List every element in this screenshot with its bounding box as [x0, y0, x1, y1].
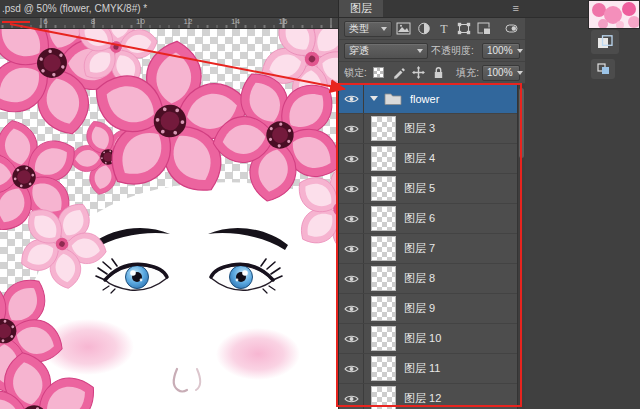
- visibility-toggle[interactable]: [339, 294, 364, 323]
- visibility-toggle[interactable]: [339, 204, 364, 233]
- visibility-toggle[interactable]: [339, 144, 364, 173]
- type-filter-icon[interactable]: T: [435, 21, 452, 37]
- layer-thumbnail[interactable]: [371, 386, 396, 409]
- lock-pixels-brush-icon[interactable]: [390, 65, 407, 81]
- opacity-value-select[interactable]: 100%: [482, 43, 520, 59]
- layer-thumbnail[interactable]: [371, 236, 396, 261]
- eye-icon: [344, 334, 359, 344]
- visibility-toggle[interactable]: [339, 324, 364, 353]
- smart-object-filter-icon[interactable]: [475, 21, 492, 37]
- layer-thumbnail[interactable]: [371, 356, 396, 381]
- visibility-toggle[interactable]: [339, 174, 364, 203]
- panel-menu-icon[interactable]: ≡: [507, 0, 525, 17]
- layer-thumbnail[interactable]: [371, 266, 396, 291]
- layer-list-scrollbar[interactable]: [517, 84, 525, 409]
- filter-switch-icon[interactable]: [503, 21, 520, 37]
- fill-value-select[interactable]: 100%: [482, 65, 520, 81]
- layer-thumbnail[interactable]: [371, 326, 396, 351]
- layer-row[interactable]: 图层 7: [339, 234, 517, 264]
- layer-row[interactable]: 图层 8: [339, 264, 517, 294]
- lock-transparency-icon[interactable]: [370, 65, 387, 81]
- filter-type-label: 类型: [349, 22, 369, 36]
- layer-name: 图层 4: [404, 151, 435, 166]
- ruler-label: 14: [231, 17, 240, 26]
- small-squares-icon: [597, 63, 610, 75]
- layers-panel-tabbar: 图层 ≡: [339, 0, 525, 18]
- eye-icon: [344, 184, 359, 194]
- layer-name: 图层 12: [404, 391, 441, 406]
- layer-thumbnail[interactable]: [371, 146, 396, 171]
- layer-list: flower 图层 3 图层 4 图层 5 图层 6: [339, 84, 517, 409]
- folder-icon: [384, 92, 402, 105]
- eye-icon: [344, 394, 359, 404]
- layer-row[interactable]: 图层 6: [339, 204, 517, 234]
- eye-icon: [344, 154, 359, 164]
- visibility-toggle[interactable]: [339, 264, 364, 293]
- tab-layers[interactable]: 图层: [339, 0, 383, 17]
- layer-row[interactable]: 图层 4: [339, 144, 517, 174]
- layer-thumbnail[interactable]: [371, 206, 396, 231]
- checkerboard-icon: [373, 67, 384, 78]
- layer-name: 图层 6: [404, 211, 435, 226]
- layer-row[interactable]: 图层 10: [339, 324, 517, 354]
- pixel-filter-icon[interactable]: [395, 21, 412, 37]
- photoshop-window: .psd @ 50% (flower, CMYK/8#) * 6 8 10 12…: [0, 0, 640, 409]
- canvas-area[interactable]: [0, 29, 338, 409]
- layer-row[interactable]: 图层 5: [339, 174, 517, 204]
- eye-icon: [344, 304, 359, 314]
- document-tab[interactable]: .psd @ 50% (flower, CMYK/8#) *: [0, 0, 338, 18]
- lock-fill-row: 锁定: 填充: 100%: [339, 62, 525, 84]
- layer-name: 图层 11: [404, 361, 440, 376]
- visibility-toggle[interactable]: [339, 114, 364, 143]
- layer-group-row[interactable]: flower: [339, 84, 517, 114]
- layer-row[interactable]: 图层 3: [339, 114, 517, 144]
- group-name: flower: [410, 93, 439, 105]
- dock-panel-button-2[interactable]: [591, 59, 615, 79]
- fill-label: 填充:: [456, 66, 479, 80]
- eye-icon: [344, 124, 359, 134]
- chevron-down-icon: [381, 27, 387, 31]
- eye-icon: [344, 214, 359, 224]
- collapsed-panel-buttons: [591, 30, 619, 79]
- chevron-down-icon: [417, 49, 423, 53]
- filter-type-select[interactable]: 类型: [344, 21, 392, 37]
- horizontal-ruler: 6 8 10 12 14 16: [0, 18, 338, 29]
- blend-opacity-row: 穿透 不透明度: 100%: [339, 40, 525, 62]
- visibility-toggle[interactable]: [339, 84, 364, 113]
- expand-triangle-icon[interactable]: [370, 96, 378, 101]
- visibility-toggle[interactable]: [339, 354, 364, 383]
- layer-thumbnail[interactable]: [371, 116, 396, 141]
- layer-thumbnail[interactable]: [371, 176, 396, 201]
- layer-thumbnail[interactable]: [371, 296, 396, 321]
- layer-name: 图层 8: [404, 271, 435, 286]
- layer-row[interactable]: 图层 12: [339, 384, 517, 409]
- eye-icon: [344, 364, 359, 374]
- blend-mode-select[interactable]: 穿透: [344, 43, 428, 59]
- layers-panel: 图层 ≡ 类型 T: [338, 0, 525, 409]
- shape-filter-icon[interactable]: [455, 21, 472, 37]
- flowers-preview-thumbnail: [588, 0, 640, 29]
- layer-name: 图层 10: [404, 331, 441, 346]
- layer-name: 图层 9: [404, 301, 435, 316]
- stacked-squares-icon: [597, 35, 613, 49]
- visibility-toggle[interactable]: [339, 384, 364, 409]
- canvas-artwork: [0, 29, 338, 409]
- dock-panel-button-1[interactable]: [591, 30, 619, 54]
- blend-mode-value: 穿透: [349, 44, 369, 58]
- layer-row[interactable]: 图层 9: [339, 294, 517, 324]
- eye-icon: [344, 274, 359, 284]
- panel-dock: [525, 0, 640, 409]
- lock-label: 锁定:: [344, 66, 367, 80]
- lock-all-padlock-icon[interactable]: [430, 65, 447, 81]
- scrollbar-thumb[interactable]: [519, 88, 524, 158]
- chevron-down-icon: [517, 71, 523, 75]
- svg-text:T: T: [440, 22, 448, 35]
- lock-position-move-icon[interactable]: [410, 65, 427, 81]
- layer-row[interactable]: 图层 11: [339, 354, 517, 384]
- fill-value: 100%: [487, 67, 513, 78]
- opacity-label: 不透明度:: [431, 44, 474, 58]
- layer-name: 图层 7: [404, 241, 435, 256]
- opacity-value: 100%: [487, 45, 513, 56]
- visibility-toggle[interactable]: [339, 234, 364, 263]
- adjustment-filter-icon[interactable]: [415, 21, 432, 37]
